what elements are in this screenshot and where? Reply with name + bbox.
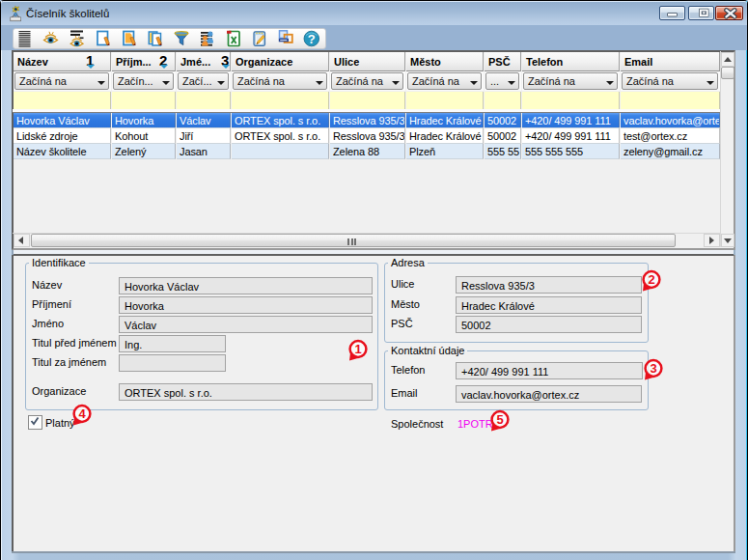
svg-text:4: 4 — [78, 406, 86, 421]
svg-text:5: 5 — [496, 412, 503, 427]
svg-text:2: 2 — [648, 272, 654, 287]
svg-text:1: 1 — [354, 342, 361, 356]
svg-text:3: 3 — [650, 361, 656, 376]
svg-text:?: ? — [308, 32, 316, 46]
